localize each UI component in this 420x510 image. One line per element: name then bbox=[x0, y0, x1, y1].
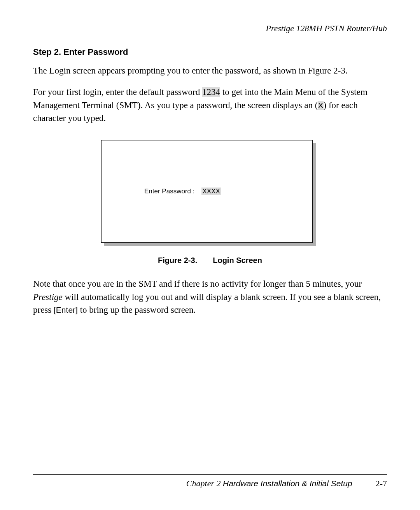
step-heading: Step 2. Enter Password bbox=[33, 47, 387, 57]
paragraph-2: For your first login, enter the default … bbox=[33, 86, 387, 124]
para2-pre: For your first login, enter the default … bbox=[33, 87, 202, 97]
figure-number: Figure 2-3. bbox=[158, 256, 197, 265]
figure-title: Login Screen bbox=[213, 256, 262, 265]
running-header: Prestige 128MH PSTN Router/Hub bbox=[33, 23, 387, 36]
product-name: Prestige bbox=[33, 292, 63, 302]
footer-page-number: 2-7 bbox=[376, 478, 387, 489]
login-box: Enter Password : XXXX bbox=[101, 140, 313, 243]
figure-login-screen: Enter Password : XXXX Figure 2-3.Login S… bbox=[101, 140, 319, 265]
enter-key: [Enter] bbox=[54, 305, 78, 314]
default-password-code: 1234 bbox=[202, 87, 220, 97]
para3-post: to bring up the password screen. bbox=[78, 305, 196, 315]
login-box-outer: Enter Password : XXXX bbox=[101, 140, 315, 245]
page-footer: Chapter 2 Hardware Installation & Initia… bbox=[33, 474, 387, 489]
password-prompt-label: Enter Password : bbox=[144, 188, 201, 195]
password-masked-value: XXXX bbox=[201, 188, 220, 195]
footer-chapter: Chapter 2 bbox=[186, 478, 223, 488]
figure-caption: Figure 2-3.Login Screen bbox=[101, 256, 319, 265]
para3-pre: Note that once you are in the SMT and if… bbox=[33, 279, 362, 289]
paragraph-3: Note that once you are in the SMT and if… bbox=[33, 277, 387, 316]
footer-title: Hardware Installation & Initial Setup bbox=[223, 479, 352, 488]
paragraph-1: The Login screen appears prompting you t… bbox=[33, 64, 387, 77]
masked-char-x: X bbox=[318, 101, 324, 110]
page: Prestige 128MH PSTN Router/Hub Step 2. E… bbox=[0, 0, 420, 510]
